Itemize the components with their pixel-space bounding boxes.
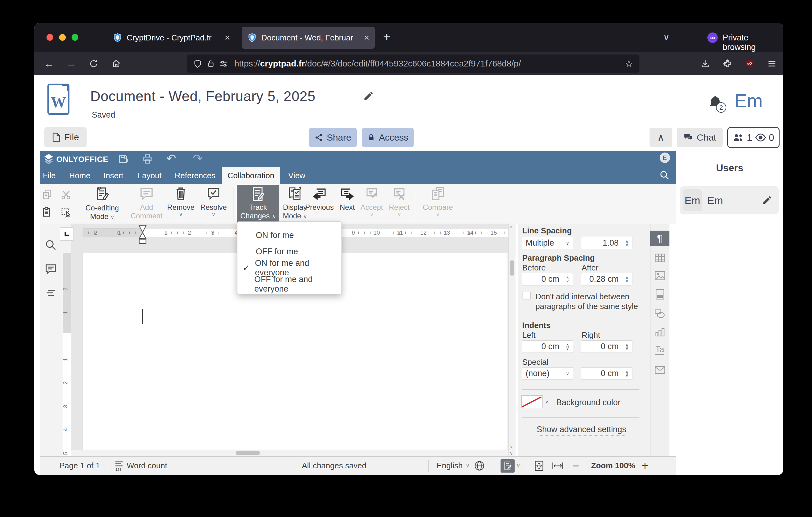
tab-cryptdrive[interactable]: CryptDrive - CryptPad.fr × [107, 27, 236, 49]
track-toggle-chevron-icon[interactable]: ∨ [517, 456, 520, 475]
indent-left-spinner[interactable]: 0 cm ∧∨ [522, 340, 573, 353]
cut-icon[interactable] [61, 189, 71, 200]
image-settings-icon[interactable] [650, 268, 669, 283]
fit-width-icon[interactable] [552, 456, 563, 475]
save-icon[interactable] [117, 154, 128, 164]
collapse-toolbar-button[interactable]: ∧ [649, 128, 672, 147]
extensions-puzzle-icon[interactable] [721, 52, 734, 75]
reject-change-button[interactable]: Reject ∨ [385, 186, 413, 217]
user-list-item[interactable]: Em Em [680, 186, 779, 214]
add-comment-button[interactable]: Add Comment [125, 186, 168, 220]
special-select[interactable]: (none) ∨ [522, 367, 573, 380]
tab-stop-selector[interactable] [60, 227, 74, 241]
mail-merge-icon[interactable] [650, 362, 669, 378]
document-title[interactable]: Document - Wed, February 5, 2025 [90, 88, 315, 104]
reload-icon[interactable] [87, 52, 101, 75]
previous-change-button[interactable]: Previous [305, 186, 334, 212]
indent-right-spinner[interactable]: 0 cm ∧∨ [581, 340, 632, 353]
rename-pencil-icon[interactable] [363, 91, 374, 101]
back-icon[interactable]: ← [42, 52, 56, 75]
spacing-before-spinner[interactable]: 0 cm ∧∨ [522, 273, 573, 285]
file-menu-button[interactable]: File [45, 127, 87, 147]
tab-document-active[interactable]: Document - Wed, February 5, 2 × [242, 27, 375, 49]
coediting-mode-button[interactable]: Co-editing Mode ∨ [79, 186, 125, 220]
menu-tab-view[interactable]: View [288, 167, 305, 184]
url-bar[interactable]: https://cryptpad.fr/doc/#/3/doc/edit/ff0… [186, 55, 639, 73]
interval-checkbox[interactable] [523, 292, 530, 300]
menu-item-on-for-everyone[interactable]: ✓ON for me and everyone [237, 260, 342, 276]
permissions-icon[interactable] [219, 59, 228, 68]
home-icon[interactable] [109, 52, 123, 75]
zoom-in-button[interactable]: + [642, 456, 648, 475]
horizontal-scrollbar[interactable] [71, 450, 509, 456]
menu-tab-collaboration[interactable]: Collaboration [222, 167, 280, 184]
track-changes-button[interactable]: Track Changes ∧ [237, 185, 279, 223]
headers-footers-settings-icon[interactable] [650, 287, 669, 302]
accept-change-button[interactable]: Accept ∨ [358, 186, 385, 217]
chat-button[interactable]: Chat [677, 128, 723, 147]
language-selector[interactable]: English ∨ [437, 456, 470, 475]
special-value-spinner[interactable]: 0 cm ∧∨ [581, 367, 632, 380]
background-color-swatch[interactable] [521, 396, 543, 408]
menu-tab-references[interactable]: References [175, 167, 215, 184]
downloads-icon[interactable] [698, 52, 712, 75]
table-settings-icon[interactable] [650, 250, 669, 266]
background-color-dropdown[interactable]: ∨ [543, 396, 551, 408]
ruler-vertical[interactable]: 21123456 [63, 253, 71, 456]
paste-icon[interactable] [41, 207, 52, 217]
vertical-scrollbar[interactable]: ∧ ∨ ∨ [509, 224, 516, 456]
indent-marker[interactable] [138, 225, 147, 244]
remove-comment-button[interactable]: Remove ∨ [166, 186, 196, 217]
share-button[interactable]: Share [309, 128, 357, 147]
copy-icon[interactable] [41, 189, 52, 200]
macos-minimize-button[interactable] [59, 34, 66, 41]
undo-icon[interactable]: ↶ [167, 152, 176, 165]
next-change-button[interactable]: Next [334, 186, 361, 212]
ublock-icon[interactable]: uO [743, 52, 757, 75]
macos-zoom-button[interactable] [71, 34, 78, 41]
edit-name-pencil-icon[interactable] [762, 195, 772, 205]
url-text[interactable]: https://cryptpad.fr/doc/#/3/doc/edit/ff0… [234, 59, 521, 69]
line-spacing-value-spinner[interactable]: 1.08 ∧∨ [581, 237, 632, 249]
word-count-button[interactable]: 123 Word count [114, 456, 167, 475]
menu-item-off-for-everyone[interactable]: OFF for me and everyone [237, 276, 342, 292]
bookmark-star-icon[interactable]: ☆ [625, 58, 633, 70]
paragraph-settings-icon[interactable]: ¶ [650, 230, 669, 246]
zoom-out-button[interactable]: − [573, 456, 579, 475]
shield-icon[interactable] [193, 59, 202, 68]
macos-close-button[interactable] [47, 34, 53, 41]
tab-close-icon[interactable]: × [358, 32, 375, 43]
menu-tab-home[interactable]: Home [69, 167, 90, 184]
forward-icon[interactable]: → [64, 52, 78, 75]
comments-panel-icon[interactable] [45, 263, 57, 275]
editor-search-icon[interactable] [659, 170, 670, 181]
compare-button[interactable]: Compare ∨ [421, 186, 455, 217]
page-indicator[interactable]: Page 1 of 1 [59, 456, 100, 475]
navigation-panel-icon[interactable] [45, 287, 57, 299]
track-changes-toggle[interactable] [500, 459, 515, 472]
fit-page-icon[interactable] [534, 456, 544, 475]
tab-list-chevron-icon[interactable]: ∨ [663, 31, 670, 42]
text-art-settings-icon[interactable]: Ta [650, 342, 669, 357]
menu-tab-file[interactable]: File [42, 167, 56, 184]
line-spacing-select[interactable]: Multiple ∨ [522, 237, 573, 249]
spellcheck-globe-icon[interactable] [474, 456, 485, 475]
zoom-level[interactable]: Zoom 100% [591, 456, 635, 475]
shape-settings-icon[interactable] [650, 306, 669, 322]
notifications-bell-icon[interactable]: 2 [707, 94, 724, 111]
access-button[interactable]: Access [362, 128, 414, 147]
find-icon[interactable] [45, 239, 57, 251]
select-all-icon[interactable] [61, 207, 71, 218]
new-tab-button[interactable]: + [383, 30, 391, 45]
print-icon[interactable] [142, 154, 153, 164]
menu-item-on-for-me[interactable]: ON for me [237, 227, 342, 244]
show-advanced-settings-link[interactable]: Show advanced settings [536, 425, 626, 436]
avatar[interactable]: Em [734, 90, 763, 111]
resolve-comment-button[interactable]: Resolve ∨ [198, 186, 229, 217]
redo-icon[interactable]: ↷ [193, 152, 203, 165]
lock-icon[interactable] [207, 60, 215, 68]
spacing-after-spinner[interactable]: 0.28 cm ∧∨ [581, 273, 632, 285]
tab-close-icon[interactable]: × [219, 32, 236, 43]
user-count-badge[interactable]: 1 0 [727, 127, 780, 148]
menu-tab-layout[interactable]: Layout [138, 167, 162, 184]
